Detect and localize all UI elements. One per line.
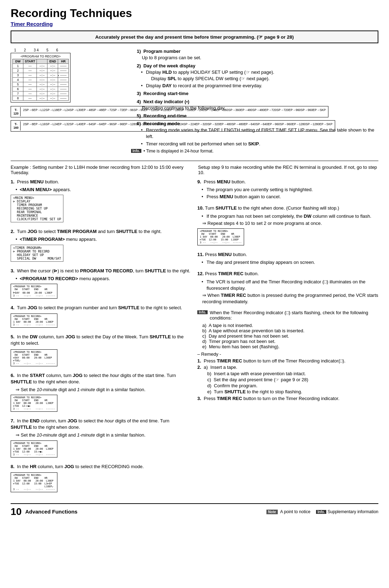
- list-item-4: 4) Next day indicator (•) Recording cont…: [131, 99, 378, 111]
- table-row: 2-----:----:--------: [13, 68, 69, 73]
- list-item-1: 1) Program number Up to 8 programs can b…: [131, 48, 378, 61]
- step5-lcd: <PROGRAM TO RECORD> DW START END HR ⊳DAY…: [11, 349, 57, 366]
- step2-lcd: <TIMER PROGRAM> ⊳ PROGRAM TO RECORD HOLI…: [11, 245, 63, 262]
- footer-info-label: Info.: [316, 510, 326, 514]
- step-1: 1. Press MENU button. • <MAIN MENU> appe…: [11, 179, 192, 223]
- step-6: 6. In the START column, turn JOG to sele…: [11, 372, 192, 413]
- steps-right: 9. Press MENU button. The program you ar…: [197, 179, 378, 498]
- top-content-area: 1 2 3 4 5 6 <PROGRAM TO RECORD> DW START…: [11, 48, 378, 155]
- conditions-list: a) A tape is not inserted. b) A tape wit…: [197, 323, 378, 349]
- program-to-record-display: <PROGRAM TO RECORD> DW START END HR 1---…: [11, 53, 71, 102]
- step-7: 7. In the END column, turn JOG to select…: [11, 418, 192, 459]
- warning-box: Accurately preset the day and present ti…: [11, 30, 378, 43]
- step6-lcd: <PROGRAM TO RECORD> DW START END HR 1 DA…: [11, 395, 57, 412]
- table-row: 5-----:----:--------: [13, 82, 69, 87]
- info-line: Info. • Time is displayed in 24-hour for…: [131, 149, 378, 154]
- table-row: 1-----:----:--------: [13, 64, 69, 68]
- page-container: Recording Techniques Timer Recording Acc…: [0, 0, 389, 525]
- step1-lcd: <MAIN MENU> ⊳ DISPLAY TIMER PROGRAM RECO…: [11, 195, 63, 222]
- step8-lcd: <PROGRAM TO RECORD> DW START END HR 1 DA…: [11, 472, 57, 492]
- steps-area: 1. Press MENU button. • <MAIN MENU> appe…: [11, 179, 378, 498]
- table-row: 4-----:----:--------: [13, 78, 69, 82]
- table-row: 8-----:----:--------: [13, 96, 69, 101]
- note-label: Note: [266, 510, 278, 514]
- t120-label: T-120: [12, 107, 21, 116]
- footer-info-text: Supplementary information: [328, 509, 378, 514]
- step3-lcd: <PROGRAM TO RECORD> DW START END HR ⊳DAY…: [11, 284, 57, 299]
- step10-lcd: <PROGRAM TO RECORD> DW START END HR 1 DA…: [197, 228, 244, 245]
- example-setup-area: Example : Setting number 2 to L18H mode …: [11, 165, 378, 175]
- section-heading: Timer Recording: [11, 21, 378, 27]
- page-title: Recording Techniques: [11, 7, 378, 20]
- step-8: 8. In the HR column, turn JOG to select …: [11, 464, 192, 493]
- step-10: 10. Turn SHUTTLE to the right when done.…: [197, 205, 378, 246]
- step4-lcd: <PROGRAM TO RECORD> DW START END HR 1 DA…: [11, 314, 57, 328]
- table-row: 3-----:----:--•------: [13, 73, 69, 78]
- step-4: 4. Turn JOG to select the program number…: [11, 305, 192, 329]
- page-number: 10: [11, 506, 22, 517]
- remedy-title: – Remedy -: [197, 351, 378, 357]
- remedy-section: – Remedy - 1. Press TIMER REC button to …: [197, 351, 378, 401]
- list-item-6: 6) Recording mode Recording mode varies …: [131, 121, 378, 147]
- step-5: 5. In the DW column, turn JOG to select …: [11, 334, 192, 367]
- right-column: 1) Program number Up to 8 programs can b…: [131, 48, 378, 155]
- left-column: 1 2 3 4 5 6 <PROGRAM TO RECORD> DW START…: [11, 48, 124, 155]
- example-text: Example : Setting number 2 to L18H mode …: [11, 165, 191, 175]
- step-9: 9. Press MENU button. The program you ar…: [197, 179, 378, 200]
- footer: 10 Advanced Functions Note A point to no…: [11, 503, 378, 517]
- step-2: 2. Turn JOG to select TIMER PROGRAM and …: [11, 228, 192, 262]
- column-numbers: 1 2 3 4 5 6: [14, 48, 124, 52]
- step-12: 12. Press TIMER REC button. The VCR is t…: [197, 271, 378, 305]
- note-text: A point to notice: [280, 509, 310, 514]
- step7-lcd: <PROGRAM TO RECORD> DW START END HR 1 DA…: [11, 440, 57, 457]
- steps-left: 1. Press MENU button. • <MAIN MENU> appe…: [11, 179, 192, 498]
- divider-1: [11, 161, 378, 161]
- list-item-5: 5) Recording end-time: [131, 113, 378, 119]
- step-3: 3. When the cursor (⊳) is next to PROGRA…: [11, 268, 192, 300]
- numbered-points-list: 1) Program number Up to 8 programs can b…: [131, 48, 378, 147]
- info-box2-text: When the Timer Recording indicator (□) s…: [210, 310, 378, 321]
- step-11: 11. Press MENU button. The day and prese…: [197, 251, 378, 266]
- program-table: DW START END HR 1-----:----:-------- 2--…: [12, 59, 69, 101]
- info-box-2: Info. When the Timer Recording indicator…: [197, 310, 378, 321]
- table-row: 6-----:----:--------: [13, 87, 69, 91]
- setup-text: Setup step 9 to make recording while the…: [198, 165, 378, 175]
- t160-label: T-160: [12, 121, 21, 131]
- footer-section: Advanced Functions: [25, 509, 78, 515]
- table-row: 7-----:----:--------: [13, 91, 69, 96]
- list-item-2: 2) Day of the week display Display HLD t…: [131, 63, 378, 89]
- list-item-3: 3) Recording start-time: [131, 90, 378, 97]
